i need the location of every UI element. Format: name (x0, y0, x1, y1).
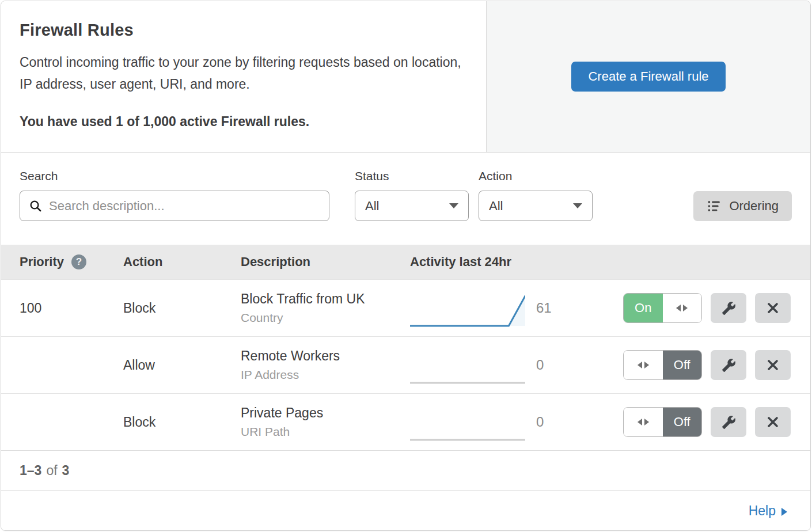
activity-count: 0 (528, 357, 568, 373)
status-label: Status (355, 169, 469, 183)
column-priority: Priority (20, 254, 64, 269)
priority-value: 100 (20, 301, 123, 316)
table-row: Allow Remote Workers IP Address 0 Off (1, 336, 810, 393)
close-icon (766, 358, 780, 372)
toggle-on-label: On (624, 294, 663, 322)
rule-description: Block Traffic from UK (241, 291, 410, 307)
chevron-down-icon (573, 203, 582, 208)
delete-rule-button[interactable] (755, 407, 791, 437)
action-select[interactable]: All (479, 191, 593, 221)
action-filter-group: Action All (479, 169, 593, 221)
toggle-handle-icon (624, 351, 663, 379)
page-description: Control incoming traffic to your zone by… (20, 51, 466, 95)
table-row: Block Private Pages URI Path 0 Off (1, 393, 810, 450)
arrow-right-icon (781, 508, 787, 516)
help-bar: Help (1, 490, 810, 531)
search-filter-group: Search (20, 169, 329, 221)
activity-sparkline (410, 349, 525, 386)
status-select[interactable]: All (355, 191, 469, 221)
edit-rule-button[interactable] (711, 350, 746, 380)
search-box[interactable] (20, 191, 329, 221)
header-text-block: Firewall Rules Control incoming traffic … (1, 1, 487, 152)
rule-enabled-toggle[interactable]: On (623, 293, 702, 323)
ordering-button-label: Ordering (729, 199, 779, 214)
column-description: Description (241, 254, 410, 269)
pagination-total: 3 (62, 463, 70, 478)
delete-rule-button[interactable] (755, 293, 791, 323)
table-row: 100 Block Block Traffic from UK Country … (1, 279, 810, 336)
row-controls: Off (568, 350, 810, 380)
edit-rule-button[interactable] (711, 407, 746, 437)
rule-description: Remote Workers (241, 348, 410, 364)
status-selected-value: All (365, 199, 379, 214)
action-value: Block (123, 415, 241, 430)
pagination-range: 1–3 (20, 463, 41, 478)
status-filter-group: Status All (355, 169, 469, 221)
search-icon (29, 199, 43, 213)
table-header: Priority ? Action Description Activity l… (1, 245, 810, 279)
action-value: Block (123, 301, 241, 316)
search-label: Search (20, 169, 329, 183)
close-icon (766, 415, 780, 429)
header-section: Firewall Rules Control incoming traffic … (1, 1, 810, 153)
toggle-handle-icon (663, 294, 702, 322)
toggle-handle-icon (624, 408, 663, 436)
action-label: Action (479, 169, 593, 183)
help-link-label: Help (749, 503, 776, 519)
close-icon (766, 301, 780, 315)
rule-enabled-toggle[interactable]: Off (623, 350, 702, 380)
toggle-off-label: Off (663, 351, 702, 379)
description-cell: Private Pages URI Path (241, 405, 410, 439)
priority-help-icon[interactable]: ? (71, 254, 86, 269)
firewall-rules-panel: Firewall Rules Control incoming traffic … (1, 1, 811, 531)
toggle-off-label: Off (663, 408, 702, 436)
rule-match-type: URI Path (241, 425, 410, 439)
description-cell: Block Traffic from UK Country (241, 291, 410, 325)
rule-match-type: Country (241, 311, 410, 325)
edit-rule-button[interactable] (711, 293, 746, 323)
activity-sparkline (410, 406, 525, 443)
filter-bar: Search Status All Action All (1, 153, 810, 245)
column-action: Action (123, 254, 241, 269)
ordered-list-icon (707, 199, 722, 214)
wrench-icon (722, 301, 736, 316)
rule-description: Private Pages (241, 405, 410, 421)
rule-match-type: IP Address (241, 368, 410, 382)
wrench-icon (722, 415, 736, 430)
create-firewall-rule-button[interactable]: Create a Firewall rule (571, 62, 725, 92)
page-title: Firewall Rules (20, 21, 468, 40)
usage-summary: You have used 1 of 1,000 active Firewall… (20, 114, 468, 130)
rule-enabled-toggle[interactable]: Off (623, 407, 702, 437)
chevron-down-icon (449, 203, 458, 208)
search-input[interactable] (49, 199, 320, 214)
activity-sparkline (410, 292, 525, 329)
row-controls: On (568, 293, 810, 323)
description-cell: Remote Workers IP Address (241, 348, 410, 382)
wrench-icon (722, 358, 736, 373)
action-selected-value: All (489, 199, 503, 214)
row-controls: Off (568, 407, 810, 437)
action-value: Allow (123, 358, 241, 373)
ordering-button[interactable]: Ordering (693, 191, 792, 221)
delete-rule-button[interactable] (755, 350, 791, 380)
column-activity: Activity last 24hr (410, 254, 810, 269)
pagination-bar: 1–3 of 3 (1, 450, 810, 490)
pagination-of: of (46, 463, 57, 478)
activity-count: 0 (528, 414, 568, 430)
header-action-panel: Create a Firewall rule (487, 1, 810, 152)
activity-count: 61 (528, 300, 568, 316)
help-link[interactable]: Help (749, 503, 787, 519)
